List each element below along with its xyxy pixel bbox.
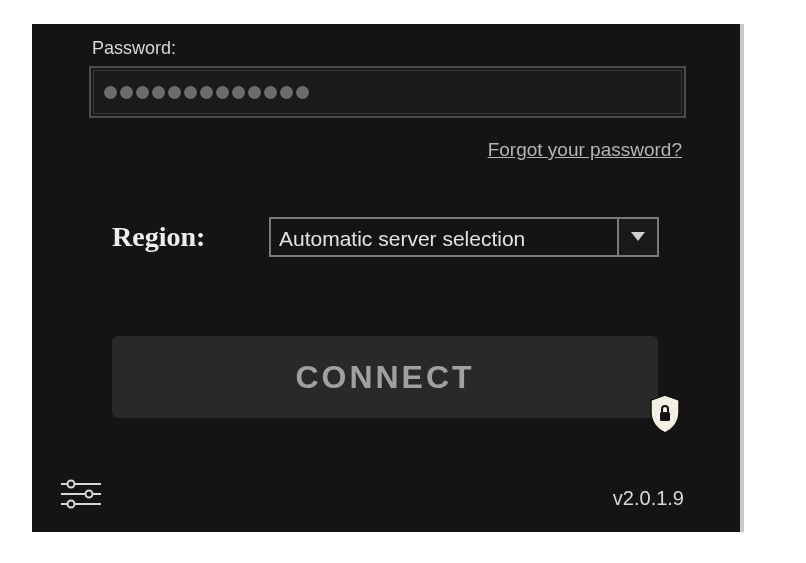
region-selected-value: Automatic server selection [269,217,617,257]
password-field-wrapper [89,66,686,118]
svg-rect-1 [660,412,670,421]
region-dropdown-button[interactable] [617,217,659,257]
version-label: v2.0.1.9 [613,487,684,510]
region-select[interactable]: Automatic server selection [269,217,659,257]
lock-shield-icon [648,394,682,434]
svg-point-7 [68,501,75,508]
settings-button[interactable] [58,478,104,514]
svg-marker-0 [631,232,645,241]
password-label: Password: [92,38,176,59]
chevron-down-icon [631,228,645,246]
connect-area: CONNECT [112,336,658,418]
forgot-password-link[interactable]: Forgot your password? [488,139,682,161]
region-label: Region: [112,221,205,253]
connect-button[interactable]: CONNECT [112,336,658,418]
settings-sliders-icon [59,479,103,513]
svg-point-6 [86,491,93,498]
login-panel: Password: Forgot your password? Region: … [32,24,744,532]
svg-point-5 [68,481,75,488]
